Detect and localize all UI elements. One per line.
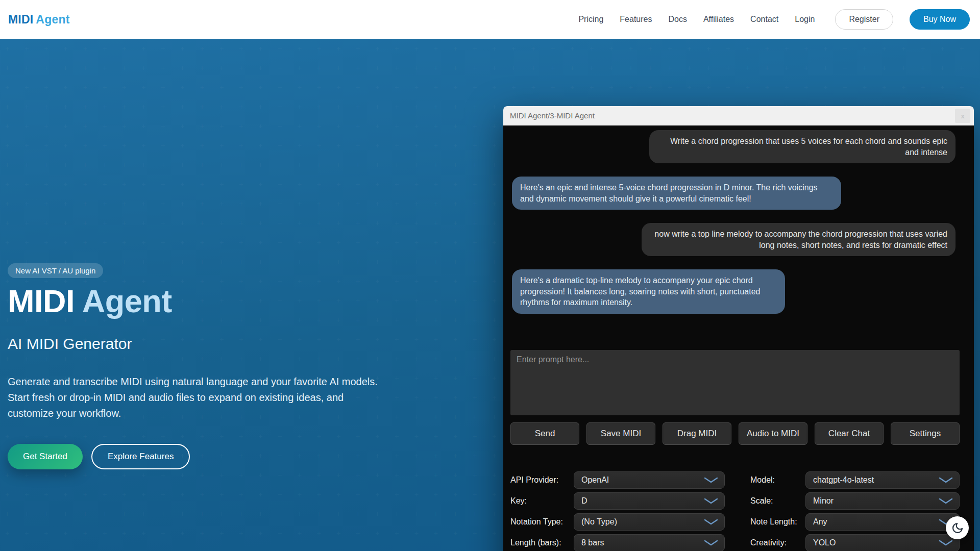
register-button[interactable]: Register — [835, 9, 893, 30]
length-bars-label: Length (bars): — [510, 538, 574, 547]
chevron-down-icon — [704, 519, 718, 525]
plugin-titlebar[interactable]: MIDI Agent/3-MIDI Agent x — [503, 106, 974, 126]
close-button[interactable]: x — [955, 109, 970, 123]
chevron-down-icon — [704, 498, 718, 504]
chat-area[interactable]: Write a chord progression that uses 5 vo… — [510, 126, 960, 350]
api-provider-dropdown[interactable]: OpenAI — [574, 471, 725, 489]
notation-type-value: (No Type) — [581, 517, 617, 527]
settings-button[interactable]: Settings — [891, 422, 960, 445]
explore-features-button[interactable]: Explore Features — [91, 444, 190, 469]
nav-link-pricing[interactable]: Pricing — [578, 15, 603, 24]
nav-link-contact[interactable]: Contact — [750, 15, 778, 24]
note-length-label: Note Length: — [750, 517, 805, 527]
creativity-dropdown[interactable]: YOLO — [805, 534, 960, 551]
moon-icon — [951, 522, 964, 534]
plugin-button-row: Send Save MIDI Drag MIDI Audio to MIDI C… — [510, 422, 960, 445]
new-plugin-badge: New AI VST / AU plugin — [8, 263, 103, 278]
settings-row: API Provider: OpenAI Model: chatgpt-4o-l… — [510, 471, 960, 489]
scale-value: Minor — [813, 496, 834, 506]
api-provider-label: API Provider: — [510, 475, 574, 485]
nav-link-login[interactable]: Login — [795, 15, 815, 24]
drag-midi-button[interactable]: Drag MIDI — [663, 422, 731, 445]
get-started-button[interactable]: Get Started — [8, 444, 83, 469]
note-length-value: Any — [813, 517, 827, 527]
logo-text-primary: MIDI — [8, 13, 33, 26]
audio-to-midi-button[interactable]: Audio to MIDI — [739, 422, 807, 445]
settings-row: Notation Type: (No Type) Note Length: An… — [510, 513, 960, 531]
page-title: MIDI Agent — [8, 285, 411, 317]
hero-section: ++++++++++++++++++++++++++++++++++++++++… — [0, 39, 980, 551]
plugin-window: MIDI Agent/3-MIDI Agent x Write a chord … — [503, 106, 974, 551]
length-bars-value: 8 bars — [581, 538, 604, 547]
nav-link-features[interactable]: Features — [620, 15, 652, 24]
logo[interactable]: MIDIAgent — [8, 13, 70, 27]
scale-dropdown[interactable]: Minor — [805, 492, 960, 510]
navbar: MIDIAgent Pricing Features Docs Affiliat… — [0, 0, 980, 39]
cta-row: Get Started Explore Features — [8, 444, 411, 469]
chat-message-user: now write a top line melody to accompany… — [642, 223, 955, 256]
model-label: Model: — [750, 475, 805, 485]
buy-now-button[interactable]: Buy Now — [910, 9, 970, 30]
api-provider-value: OpenAI — [581, 475, 609, 485]
prompt-input[interactable] — [510, 350, 960, 415]
page-subtitle: AI MIDI Generator — [8, 335, 411, 353]
chat-message-assistant: Here's an epic and intense 5-voice chord… — [512, 177, 841, 210]
notation-type-dropdown[interactable]: (No Type) — [574, 513, 725, 531]
chevron-down-icon — [939, 477, 953, 483]
scale-label: Scale: — [750, 496, 805, 506]
settings-row: Key: D Scale: Minor — [510, 492, 960, 510]
clear-chat-button[interactable]: Clear Chat — [815, 422, 884, 445]
key-label: Key: — [510, 496, 574, 506]
note-length-dropdown[interactable]: Any — [805, 513, 960, 531]
nav-link-docs[interactable]: Docs — [668, 15, 687, 24]
page-title-secondary: Agent — [82, 283, 172, 319]
send-button[interactable]: Send — [510, 422, 579, 445]
plugin-body: Write a chord progression that uses 5 vo… — [503, 126, 974, 551]
settings-row: Length (bars): 8 bars Creativity: YOLO — [510, 534, 960, 551]
creativity-label: Creativity: — [750, 538, 805, 547]
hero-content: New AI VST / AU plugin MIDI Agent AI MID… — [8, 263, 411, 469]
chevron-down-icon — [939, 540, 953, 546]
nav-link-affiliates[interactable]: Affiliates — [703, 15, 734, 24]
logo-text-secondary: Agent — [36, 13, 69, 26]
key-dropdown[interactable]: D — [574, 492, 725, 510]
length-bars-dropdown[interactable]: 8 bars — [574, 534, 725, 551]
chevron-down-icon — [704, 477, 718, 483]
save-midi-button[interactable]: Save MIDI — [586, 422, 655, 445]
key-value: D — [581, 496, 587, 506]
chevron-down-icon — [704, 540, 718, 546]
model-dropdown[interactable]: chatgpt-4o-latest — [805, 471, 960, 489]
settings-panel: API Provider: OpenAI Model: chatgpt-4o-l… — [510, 471, 960, 551]
hero-description: Generate and transcribe MIDI using natur… — [8, 374, 390, 421]
model-value: chatgpt-4o-latest — [813, 475, 874, 485]
notation-type-label: Notation Type: — [510, 517, 574, 527]
chat-message-user: Write a chord progression that uses 5 vo… — [649, 130, 955, 163]
creativity-value: YOLO — [813, 538, 836, 547]
page-title-primary: MIDI — [8, 283, 75, 319]
dark-mode-toggle[interactable] — [946, 516, 969, 539]
nav-links: Pricing Features Docs Affiliates Contact… — [578, 9, 970, 30]
plugin-window-title: MIDI Agent/3-MIDI Agent — [510, 111, 595, 120]
chevron-down-icon — [939, 498, 953, 504]
chat-message-assistant: Here's a dramatic top-line melody to acc… — [512, 269, 785, 314]
